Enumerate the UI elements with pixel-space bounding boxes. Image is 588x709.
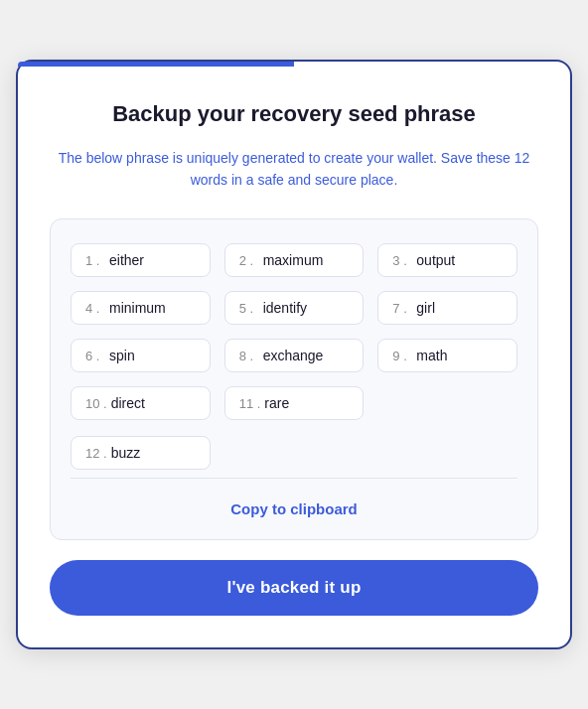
description-text: The below phrase is uniquely generated t… — [50, 147, 538, 192]
seed-phrase-container: 1 . either 2 . maximum 3 . output 4 . mi… — [50, 218, 538, 540]
seed-word-10: 10 . direct — [71, 386, 211, 420]
seed-number-8: 8 . — [239, 349, 259, 363]
seed-word-2: 2 . maximum — [224, 243, 365, 277]
seed-number-3: 3 . — [392, 253, 412, 268]
seed-word-text-3: output — [416, 252, 455, 268]
seed-number-7: 7 . — [392, 301, 412, 316]
seed-number-12: 12 . — [85, 446, 107, 461]
desc-part3: a safe and secure place. — [242, 172, 397, 188]
seed-word-7-placeholder: 7 . girl — [377, 291, 517, 325]
seed-word-5: 5 . identify — [224, 291, 365, 325]
seed-number-6: 6 . — [85, 349, 105, 363]
page-title: Backup your recovery seed phrase — [50, 101, 538, 127]
seed-word-text-9: math — [416, 348, 447, 363]
desc-part1: The below phrase is uniquely generated t… — [59, 150, 398, 166]
seed-word-grid: 1 . either 2 . maximum 3 . output 4 . mi… — [71, 243, 517, 420]
seed-word-text-11: rare — [264, 395, 289, 411]
desc-in-link: in — [231, 172, 242, 188]
seed-word-text-10: direct — [111, 395, 145, 411]
modal-container: Backup your recovery seed phrase The bel… — [16, 60, 572, 650]
seed-number-1: 1 . — [85, 253, 105, 268]
divider — [71, 478, 517, 479]
seed-word-8: 8 . exchange — [224, 339, 365, 372]
desc-wallet-link: wallet — [397, 150, 433, 166]
seed-word-text-7: girl — [416, 300, 435, 316]
seed-word-text-8: exchange — [263, 348, 324, 363]
seed-word-text-4: minimum — [109, 300, 166, 316]
seed-word-6: 6 . spin — [71, 339, 211, 372]
seed-number-2: 2 . — [239, 253, 259, 268]
seed-word-1: 1 . either — [71, 243, 211, 277]
seed-word-last-row: 12 . buzz — [71, 436, 517, 470]
seed-word-text-12: buzz — [111, 445, 141, 461]
progress-bar — [18, 62, 294, 67]
seed-word-9: 9 . math — [377, 339, 517, 372]
seed-word-text-1: either — [109, 252, 144, 268]
seed-number-10: 10 . — [85, 396, 107, 411]
seed-number-11: 11 . — [239, 396, 261, 411]
seed-number-5: 5 . — [239, 301, 259, 316]
seed-word-text-5: identify — [263, 300, 307, 316]
seed-word-text-2: maximum — [263, 252, 324, 268]
seed-number-4: 4 . — [85, 301, 105, 316]
backed-up-button[interactable]: I've backed it up — [50, 560, 538, 616]
seed-number-9: 9 . — [392, 349, 412, 363]
seed-word-4: 4 . minimum — [71, 291, 211, 325]
copy-to-clipboard-button[interactable]: Copy to clipboard — [71, 495, 517, 523]
seed-word-text-6: spin — [109, 348, 135, 363]
seed-word-12: 12 . buzz — [71, 436, 211, 470]
seed-word-11: 11 . rare — [224, 386, 365, 420]
seed-word-3: 3 . output — [377, 243, 517, 277]
